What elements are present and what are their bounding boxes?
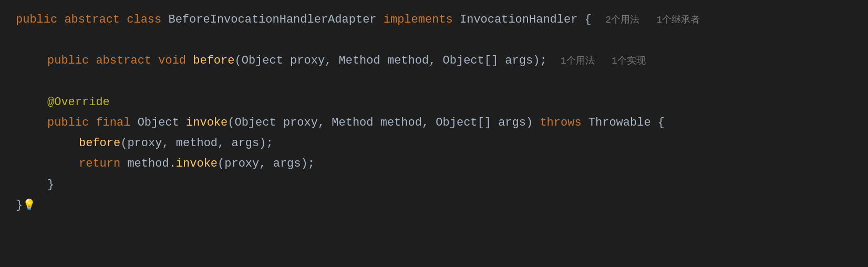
call-before: before [79,134,120,152]
keyword-public: public [16,11,64,29]
code-line-4 [0,71,868,92]
keyword-public-2: public [47,52,96,70]
method-dot: method. [127,155,175,173]
before-params: (Object proxy, Method method, Object[] a… [234,52,561,70]
code-editor: public abstract class BeforeInvocationHa… [0,0,868,267]
lightbulb-icon[interactable]: 💡 [23,197,36,214]
annotation-override: @Override [47,93,110,111]
keyword-abstract: abstract [64,11,127,29]
code-line-7: before(proxy, method, args); [0,133,868,153]
closing-brace-method: } [47,176,54,194]
code-line-9: } [0,174,868,195]
keyword-abstract-2: abstract [96,52,158,70]
throwable-type: Throwable { [588,114,665,132]
keyword-final: final [96,114,137,132]
code-line-5: @Override [0,92,868,112]
brace-open: { [577,11,605,29]
code-line-3: public abstract void before(Object proxy… [0,50,868,71]
keyword-void: void [158,52,193,70]
invoke-call-args: (proxy, args); [218,155,315,173]
interface-invocation-handler: InvocationHandler [460,11,577,29]
keyword-implements: implements [384,11,460,29]
return-type-object: Object [138,114,186,132]
code-line-8: return method.invoke(proxy, args); [0,153,868,174]
keyword-class: class [127,11,168,29]
classname-before-invocation: BeforeInvocationHandlerAdapter [168,11,383,29]
keyword-public-3: public [47,114,96,132]
keyword-return: return [79,155,127,173]
code-line-10: }💡 [0,195,868,215]
method-before: before [193,52,234,70]
code-line-2 [0,30,868,50]
usage-hint-class: 2个用法 1个继承者 [605,13,700,28]
code-line-1: public abstract class BeforeInvocationHa… [0,9,868,30]
before-call-args: (proxy, method, args); [120,134,273,152]
keyword-throws: throws [540,114,588,132]
usage-hint-before: 1个用法 1个实现 [561,54,646,69]
invoke-params: (Object proxy, Method method, Object[] a… [228,114,540,132]
method-invoke: invoke [186,114,228,132]
code-line-6: public final Object invoke(Object proxy,… [0,112,868,133]
call-invoke: invoke [176,155,218,173]
closing-brace-class: } [16,196,23,214]
